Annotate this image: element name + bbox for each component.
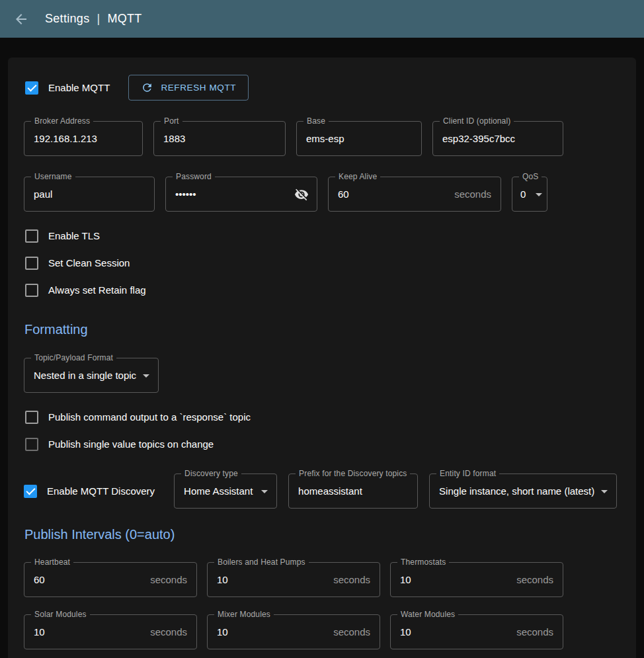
- client-id-value: esp32-395c7bcc: [442, 133, 553, 144]
- app-bar: Settings | MQTT: [0, 0, 644, 38]
- enable-mqtt-row: Enable MQTT REFRESH MQTT: [24, 69, 620, 101]
- keep-alive-suffix: seconds: [449, 188, 491, 200]
- mqtt-settings-page: Settings | MQTT Enable MQTT REFRESH MQTT…: [0, 0, 644, 658]
- settings-card: Enable MQTT REFRESH MQTT Broker Address …: [8, 58, 636, 658]
- page-title-mqtt: MQTT: [107, 12, 141, 26]
- qos-value: 0: [520, 188, 531, 200]
- retain-flag-checkbox[interactable]: [25, 284, 38, 297]
- chevron-down-icon: [138, 368, 154, 384]
- water-value: 10: [400, 626, 511, 637]
- refresh-mqtt-button[interactable]: REFRESH MQTT: [128, 75, 249, 101]
- port-label: Port: [161, 116, 182, 126]
- thermostats-interval-field[interactable]: Thermostats 10 seconds: [390, 562, 563, 597]
- port-value: 1883: [163, 133, 276, 144]
- broker-address-value: 192.168.1.213: [34, 133, 133, 144]
- heartbeat-interval-field[interactable]: Heartbeat 60 seconds: [24, 562, 197, 597]
- water-interval-field[interactable]: Water Modules 10 seconds: [390, 614, 563, 649]
- refresh-mqtt-label: REFRESH MQTT: [161, 83, 236, 93]
- publish-response-checkbox[interactable]: [25, 411, 38, 424]
- boilers-label: Boilers and Heat Pumps: [214, 557, 309, 567]
- mixer-label: Mixer Modules: [214, 610, 274, 619]
- retain-flag-label: Always set Retain flag: [48, 284, 146, 296]
- boilers-suffix: seconds: [328, 574, 370, 585]
- water-suffix: seconds: [511, 626, 553, 637]
- connection-options: Enable TLS Set Clean Session Always set …: [24, 222, 620, 304]
- broker-address-label: Broker Address: [31, 116, 93, 126]
- formatting-heading: Formatting: [24, 322, 620, 337]
- formatting-options: Publish command output to a `response` t…: [24, 403, 620, 458]
- keep-alive-field[interactable]: Keep Alive 60 seconds: [328, 177, 501, 212]
- heartbeat-label: Heartbeat: [31, 557, 73, 567]
- arrow-left-icon: [13, 11, 29, 27]
- thermostats-suffix: seconds: [511, 574, 553, 585]
- publish-single-value-row[interactable]: Publish single value topics on change: [24, 431, 620, 458]
- heartbeat-suffix: seconds: [145, 574, 187, 585]
- water-label: Water Modules: [397, 610, 458, 619]
- publish-single-value-label: Publish single value topics on change: [48, 438, 214, 450]
- keep-alive-label: Keep Alive: [335, 172, 380, 181]
- enable-tls-checkbox[interactable]: [25, 229, 38, 243]
- base-label: Base: [303, 116, 329, 126]
- enable-discovery-checkbox[interactable]: [24, 485, 37, 498]
- entity-id-format-value: Single instance, short name (latest): [439, 485, 596, 497]
- client-id-field[interactable]: Client ID (optional) esp32-395c7bcc: [432, 121, 563, 156]
- client-id-label: Client ID (optional): [440, 116, 514, 126]
- base-field[interactable]: Base ems-esp: [296, 121, 422, 156]
- qos-select[interactable]: QoS 0: [512, 177, 547, 212]
- entity-id-format-select[interactable]: Entity ID format Single instance, short …: [429, 473, 617, 509]
- username-field[interactable]: Username paul: [24, 177, 155, 212]
- discovery-type-label: Discovery type: [181, 469, 241, 478]
- broker-address-field[interactable]: Broker Address 192.168.1.213: [24, 121, 143, 156]
- solar-label: Solar Modules: [31, 610, 90, 619]
- username-value: paul: [34, 188, 145, 200]
- solar-value: 10: [34, 626, 145, 637]
- enable-mqtt-checkbox[interactable]: [25, 81, 38, 95]
- password-value: ••••••: [175, 188, 293, 200]
- clean-session-checkbox[interactable]: [25, 257, 38, 270]
- enable-mqtt-label: Enable MQTT: [48, 82, 110, 93]
- thermostats-value: 10: [400, 574, 511, 585]
- base-value: ems-esp: [306, 133, 412, 144]
- chevron-down-icon: [531, 186, 547, 202]
- clean-session-label: Set Clean Session: [48, 257, 130, 268]
- title-separator: |: [97, 12, 100, 26]
- toggle-password-visibility-button[interactable]: [293, 186, 310, 203]
- enable-tls-row[interactable]: Enable TLS: [24, 222, 620, 249]
- heartbeat-value: 60: [34, 574, 145, 585]
- discovery-prefix-field[interactable]: Prefix for the Discovery topics homeassi…: [288, 473, 418, 509]
- enable-discovery-label: Enable MQTT Discovery: [47, 485, 155, 497]
- thermostats-label: Thermostats: [397, 557, 449, 567]
- mixer-suffix: seconds: [328, 626, 370, 637]
- mixer-interval-field[interactable]: Mixer Modules 10 seconds: [207, 614, 380, 649]
- qos-label: QoS: [519, 172, 542, 181]
- enable-discovery-toggle[interactable]: Enable MQTT Discovery: [24, 485, 155, 498]
- password-label: Password: [173, 172, 215, 181]
- enable-tls-label: Enable TLS: [48, 230, 100, 241]
- entity-id-format-label: Entity ID format: [436, 469, 499, 478]
- publish-single-value-checkbox[interactable]: [25, 438, 38, 451]
- back-button[interactable]: [12, 10, 30, 28]
- boilers-interval-field[interactable]: Boilers and Heat Pumps 10 seconds: [207, 562, 380, 597]
- visibility-off-icon: [294, 187, 309, 202]
- page-title: Settings | MQTT: [45, 12, 142, 26]
- discovery-type-select[interactable]: Discovery type Home Assistant: [174, 473, 277, 509]
- page-title-settings: Settings: [45, 12, 89, 26]
- topic-payload-format-value: Nested in a single topic: [34, 370, 138, 381]
- chevron-down-icon: [257, 483, 272, 499]
- port-field[interactable]: Port 1883: [153, 121, 286, 156]
- solar-suffix: seconds: [145, 626, 187, 637]
- enable-mqtt-toggle[interactable]: Enable MQTT: [25, 81, 110, 95]
- publish-response-row[interactable]: Publish command output to a `response` t…: [24, 403, 620, 431]
- publish-intervals-grid: Heartbeat 60 seconds Boilers and Heat Pu…: [24, 562, 620, 658]
- username-label: Username: [31, 172, 75, 181]
- discovery-prefix-label: Prefix for the Discovery topics: [296, 469, 410, 478]
- retain-flag-row[interactable]: Always set Retain flag: [24, 276, 620, 304]
- connection-fields-row: Broker Address 192.168.1.213 Port 1883 B…: [24, 121, 620, 156]
- solar-interval-field[interactable]: Solar Modules 10 seconds: [24, 614, 197, 649]
- clean-session-row[interactable]: Set Clean Session: [24, 249, 620, 276]
- password-field[interactable]: Password ••••••: [165, 177, 317, 212]
- topic-payload-format-label: Topic/Payload Format: [31, 353, 116, 362]
- topic-format-row: Topic/Payload Format Nested in a single …: [24, 358, 620, 393]
- topic-payload-format-select[interactable]: Topic/Payload Format Nested in a single …: [24, 358, 159, 393]
- publish-response-label: Publish command output to a `response` t…: [48, 411, 251, 423]
